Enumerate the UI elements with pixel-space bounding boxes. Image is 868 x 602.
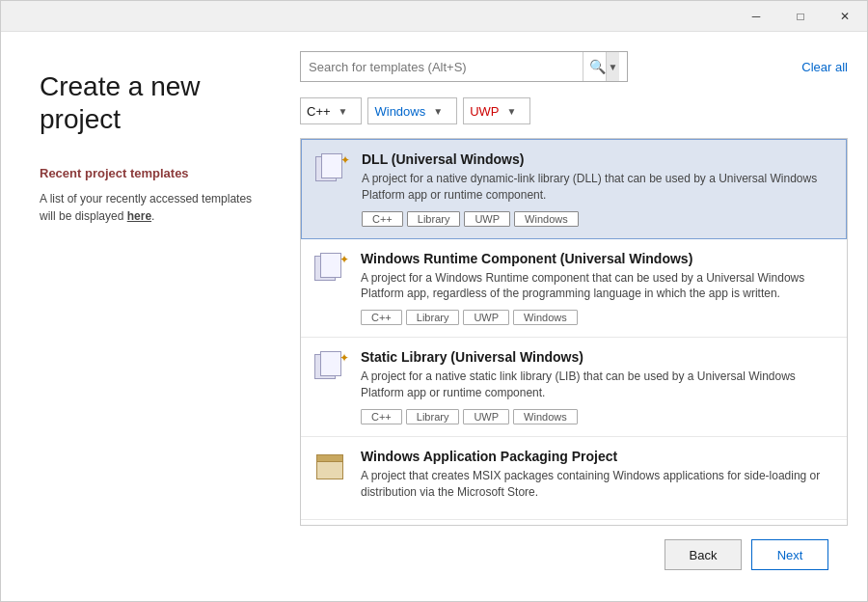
maximize-button[interactable]: □: [778, 1, 823, 32]
tag: Windows: [513, 310, 578, 325]
tag: C++: [362, 211, 403, 227]
template-item[interactable]: ✦ Windows Runtime Component (Universal W…: [301, 239, 847, 339]
recent-description: A list of your recently accessed templat…: [40, 190, 261, 225]
filter-cpp-arrow: ▼: [339, 106, 348, 117]
template-icon: [314, 451, 349, 485]
filter-uwp[interactable]: UWP ▼: [463, 97, 530, 124]
back-button[interactable]: Back: [665, 539, 742, 570]
filter-windows-label: Windows: [374, 104, 425, 119]
recent-desc-text2: .: [151, 209, 154, 223]
search-icon-button[interactable]: 🔍: [583, 52, 606, 81]
close-button[interactable]: ✕: [823, 1, 867, 32]
search-icon: 🔍: [589, 59, 606, 74]
tag: UWP: [464, 211, 510, 227]
minimize-button[interactable]: ─: [734, 1, 778, 32]
recent-heading: Recent project templates: [40, 166, 261, 180]
tag: Windows: [513, 409, 578, 424]
pkg-top: [316, 454, 343, 462]
bottom-row: Back Next: [300, 526, 848, 584]
template-tags: C++LibraryUWPWindows: [361, 409, 833, 424]
left-panel: Create a new project Recent project temp…: [1, 32, 290, 602]
template-name: Windows Application Packaging Project: [361, 449, 833, 464]
template-name: Static Library (Universal Windows): [361, 349, 833, 365]
main-layout: Create a new project Recent project temp…: [1, 32, 867, 602]
filter-uwp-arrow: ▼: [506, 106, 516, 117]
search-dropdown-arrow[interactable]: ▼: [606, 52, 619, 81]
template-name: DLL (Universal Windows): [362, 151, 832, 167]
template-item[interactable]: Windows Application Packaging Project A …: [301, 437, 847, 521]
filter-row: C++ ▼ Windows ▼ UWP ▼: [300, 97, 848, 124]
icon-star: ✦: [340, 153, 350, 167]
template-content: DLL (Universal Windows) A project for a …: [362, 151, 832, 227]
tag: Library: [407, 211, 461, 227]
icon-star: ✦: [339, 351, 349, 365]
template-tags: C++LibraryUWPWindows: [362, 211, 832, 227]
template-desc: A project for a Windows Runtime componen…: [361, 270, 833, 303]
filter-cpp[interactable]: C++ ▼: [300, 97, 362, 124]
filter-windows[interactable]: Windows ▼: [367, 97, 457, 124]
page-title: Create a new project: [40, 70, 261, 135]
template-content: Windows Runtime Component (Universal Win…: [361, 251, 833, 326]
template-item[interactable]: ✦ Static Library (Universal Windows) A p…: [301, 338, 847, 437]
template-tags: C++LibraryUWPWindows: [361, 310, 833, 325]
template-desc: A project that creates MSIX packages con…: [361, 468, 833, 501]
template-content: Windows Application Packaging Project A …: [361, 449, 833, 508]
recent-desc-link: here: [127, 209, 151, 223]
template-desc: A project for a native dynamic-link libr…: [362, 171, 832, 204]
right-panel: 🔍 ▼ Clear all C++ ▼ Windows ▼ UWP ▼: [290, 32, 867, 602]
search-input[interactable]: [309, 60, 579, 74]
tag: UWP: [463, 310, 509, 325]
templates-list: ✦ DLL (Universal Windows) A project for …: [300, 138, 848, 526]
filter-windows-arrow: ▼: [433, 106, 443, 117]
template-item[interactable]: ✦ DLL (Universal Windows) A project for …: [301, 139, 847, 239]
template-icon: ✦: [314, 253, 349, 287]
template-name: Windows Runtime Component (Universal Win…: [361, 251, 833, 266]
tag: Library: [406, 409, 460, 424]
filter-uwp-label: UWP: [470, 104, 499, 119]
next-button[interactable]: Next: [751, 539, 828, 570]
icon-front-page: [321, 153, 342, 178]
tag: Windows: [514, 211, 579, 227]
template-content: Static Library (Universal Windows) A pro…: [361, 349, 833, 424]
tag: C++: [361, 310, 402, 325]
clear-all-button[interactable]: Clear all: [801, 60, 848, 74]
tag: C++: [361, 409, 402, 424]
search-container: 🔍 ▼: [300, 51, 628, 82]
tag: Library: [406, 310, 460, 325]
template-icon: ✦: [314, 351, 349, 386]
icon-front-page: [320, 351, 341, 376]
title-bar: ─ □ ✕: [1, 1, 867, 32]
search-row: 🔍 ▼ Clear all: [300, 51, 848, 82]
tag: UWP: [463, 409, 509, 424]
icon-front-page: [320, 253, 341, 278]
template-desc: A project for a native static link libra…: [361, 369, 833, 401]
filter-cpp-label: C++: [307, 104, 331, 119]
icon-star: ✦: [339, 253, 349, 266]
pkg-body: [316, 460, 343, 479]
template-icon: ✦: [315, 153, 350, 188]
